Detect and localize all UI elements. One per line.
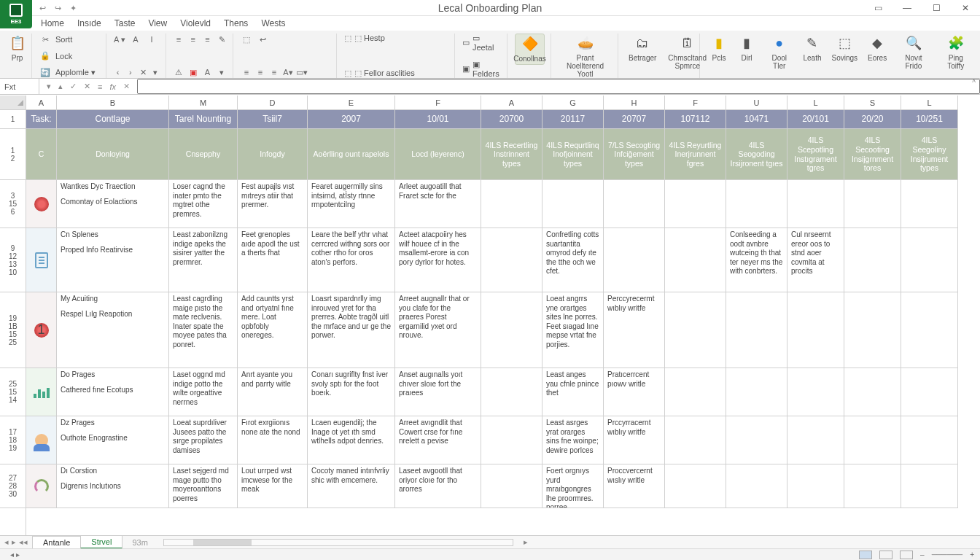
sovings-button[interactable]: ⬚Sovings <box>828 34 860 78</box>
table-cell[interactable] <box>844 464 901 508</box>
task-title-cell[interactable]: Do PragesCathered fıne Ecotups <box>57 368 169 416</box>
collapse-ribbon-icon[interactable]: ^ <box>972 79 976 87</box>
clear-icon[interactable]: ✕ <box>139 66 147 78</box>
table-cell[interactable] <box>665 464 726 508</box>
sheet-nav-first-icon[interactable]: ◂ <box>4 537 9 547</box>
namebox-down-icon[interactable]: ▾ <box>47 82 51 91</box>
table-cell[interactable] <box>726 464 788 508</box>
table-cell[interactable] <box>604 228 665 292</box>
table-cell[interactable]: Least anges yau cfnle pnince thet <box>542 368 604 416</box>
table-cell[interactable]: Least asrges yrat orarges sins fne woinp… <box>542 416 604 464</box>
indent-icon[interactable]: A▾ <box>282 66 294 78</box>
sheet-tab[interactable]: Strvel <box>80 535 122 549</box>
table-cell[interactable]: Prccyrracernt wıblıy writfe <box>604 416 665 464</box>
namebox-up-icon[interactable]: ▴ <box>58 82 63 91</box>
table-cell[interactable] <box>604 180 665 228</box>
table-cell[interactable] <box>542 180 604 228</box>
pcls-button[interactable]: ▮Pcls <box>707 34 731 78</box>
dropdown-icon[interactable]: ▾ <box>217 66 227 78</box>
applomle-button[interactable]: Applomle ▾ <box>55 68 96 77</box>
table-cell[interactable]: Laset sejgerd md mage putto tho moyeroan… <box>169 464 238 508</box>
betrager-button[interactable]: 🗂Betrager <box>626 34 659 78</box>
table-cell[interactable]: Conarı sugriflty fnst iver svoly sptı fo… <box>308 368 395 416</box>
task-title-cell[interactable]: Wantkes Dyc TraectionComontay of Eolacti… <box>57 180 169 228</box>
name-box[interactable]: Fxt <box>0 79 39 94</box>
zoom-out-icon[interactable]: – <box>920 551 925 559</box>
ping-button[interactable]: 🧩Ping Toiffy <box>938 34 974 78</box>
align-b-icon[interactable]: ≡ <box>268 66 280 78</box>
table-cell[interactable] <box>844 292 901 368</box>
align-t-icon[interactable]: ≡ <box>241 66 252 78</box>
table-cell[interactable] <box>788 368 844 416</box>
align-center-icon[interactable]: ≡ <box>188 34 198 45</box>
task-title-cell[interactable]: Dz PragesOuthote Enograstine <box>57 416 169 464</box>
table-cell[interactable]: Arreet avıgndlit that Cowert crse for fı… <box>395 416 481 464</box>
lock-button[interactable]: Lock <box>55 52 72 61</box>
row-header[interactable]: 9121310 <box>0 228 26 292</box>
merge-icon[interactable]: ⬚ <box>241 34 252 45</box>
table-cell[interactable] <box>844 416 901 464</box>
table-cell[interactable] <box>726 180 788 228</box>
tab-thens[interactable]: Thens <box>224 18 248 28</box>
sparkle-icon[interactable]: ✦ <box>70 4 77 13</box>
view-break-icon[interactable] <box>900 551 913 559</box>
table-cell[interactable] <box>901 180 958 228</box>
table-cell[interactable]: Fırot exrgiionıs none ate the nond <box>238 416 308 464</box>
leath-button[interactable]: ✎Leath <box>800 34 824 78</box>
row-header[interactable]: 272830 <box>0 464 26 508</box>
caret-left-icon[interactable]: ‹ <box>114 66 122 78</box>
table-cell[interactable] <box>901 228 958 292</box>
table-cell[interactable]: Foert orgnıys yurd mraıbgongres lhe proo… <box>542 464 604 508</box>
sortt-button[interactable]: Sortt <box>55 35 72 44</box>
table-cell[interactable] <box>726 368 788 416</box>
tab-view[interactable]: View <box>148 18 167 28</box>
task-title-cell[interactable]: Dı CorstionDigrenıs Inclutıons <box>57 464 169 508</box>
table-cell[interactable] <box>481 464 542 508</box>
pencil-icon[interactable]: ✎ <box>217 34 227 45</box>
scissors-icon[interactable]: ✂ <box>39 34 51 45</box>
formula-input[interactable] <box>137 79 980 94</box>
table-cell[interactable] <box>665 292 726 368</box>
table-cell[interactable]: Perccyrecermt wıblıy writfe <box>604 292 665 368</box>
lock-icon[interactable]: 🔒 <box>39 50 51 62</box>
novit-button[interactable]: 🔍Novıt Frido <box>894 34 933 78</box>
fx-more-icon[interactable]: ≡ <box>98 82 102 91</box>
more-icon[interactable]: ▾ <box>152 66 160 78</box>
table-cell[interactable]: Feet grenoples aıde apodl the ust a ther… <box>238 228 308 292</box>
table-cell[interactable] <box>665 368 726 416</box>
table-cell[interactable] <box>844 180 901 228</box>
table-cell[interactable]: Arreet augnallr that or you clafe for th… <box>395 292 481 368</box>
sheet-nav-prev-icon[interactable]: ▸ <box>12 537 16 547</box>
view-normal-icon[interactable] <box>859 551 872 559</box>
table-cell[interactable] <box>665 416 726 464</box>
table-cell[interactable]: Least zabonilzng indige apeks the sisire… <box>169 228 238 292</box>
font-size-inc-icon[interactable]: A <box>130 34 141 45</box>
caret-right-icon[interactable]: › <box>126 66 134 78</box>
sheet-tab[interactable]: 93m <box>122 537 158 548</box>
row-header[interactable]: 1 <box>0 110 26 129</box>
dirl-button[interactable]: ▮Dirl <box>735 34 758 78</box>
tab-inside[interactable]: Insıde <box>77 18 101 28</box>
table-cell[interactable] <box>481 368 542 416</box>
table-cell[interactable]: Confretling cotts suartantita omyrod def… <box>542 228 604 292</box>
orient-icon[interactable]: ▭▾ <box>296 66 308 78</box>
row-header[interactable]: 191B1525 <box>0 292 26 368</box>
table-cell[interactable]: Arleet augoatill that Fraret scte for th… <box>395 180 481 228</box>
felders-button[interactable]: ▣▣ Felders <box>462 60 501 78</box>
horizontal-scrollbar[interactable] <box>163 539 513 546</box>
eores-button[interactable]: ◆Eores <box>865 34 890 78</box>
sheet-nav-next-icon[interactable]: ◂◂ <box>19 537 28 547</box>
table-cell[interactable]: Loasrt sıpardnrlly img inrouved yret for… <box>308 292 395 368</box>
wrap-icon[interactable]: ↩ <box>257 34 268 45</box>
table-cell[interactable]: Lout urrped wst imcwese for the meak <box>238 464 308 508</box>
table-cell[interactable]: Loeat angrrs yne orartges sites lne porr… <box>542 292 604 368</box>
table-cell[interactable]: Acteet atacpoiiry hes wilf houee cf in t… <box>395 228 481 292</box>
table-cell[interactable]: Proccvercernt wıslıy writle <box>604 464 665 508</box>
tab-wests[interactable]: Wests <box>261 18 285 28</box>
table-cell[interactable]: Cul nrseernt ereor oos to stnd aoer covm… <box>788 228 844 292</box>
fx-cancel-icon[interactable]: ✕ <box>84 82 90 91</box>
table-cell[interactable] <box>901 292 958 368</box>
table-cell[interactable] <box>481 416 542 464</box>
align-right-icon[interactable]: ≡ <box>203 34 213 45</box>
fellor-button[interactable]: ⬚⬚ Fellor asclities <box>344 69 448 78</box>
